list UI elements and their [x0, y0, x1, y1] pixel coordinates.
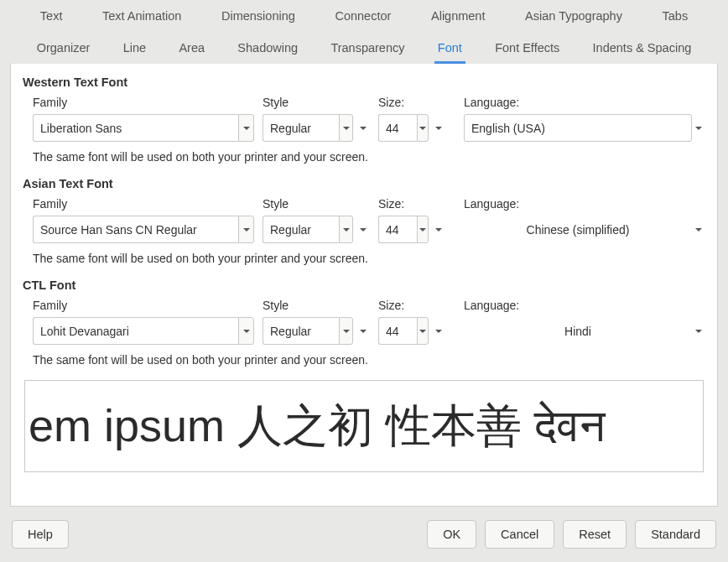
reset-button[interactable]: Reset [563, 520, 627, 549]
section-title-western: Western Text Font [23, 75, 705, 89]
label-size: Size: [378, 299, 455, 312]
help-button[interactable]: Help [12, 520, 69, 549]
hint-text-western: The same font will be used on both your … [33, 150, 705, 164]
font-preview: em ipsum 人之初 性本善 देवन [24, 380, 704, 472]
tab-row-2: OrganizerLineAreaShadowingTransparencyFo… [10, 32, 718, 64]
tab-line[interactable]: Line [113, 32, 156, 64]
chevron-down-icon[interactable] [339, 317, 353, 345]
style-combo-ctl[interactable] [263, 317, 353, 345]
style-combo-asian[interactable] [263, 216, 353, 243]
chevron-down-icon[interactable] [692, 216, 705, 243]
standard-button[interactable]: Standard [635, 520, 716, 549]
size-combo-asian[interactable] [378, 216, 429, 243]
language-combo-western[interactable]: English (USA) [464, 114, 692, 142]
tab-text-animation[interactable]: Text Animation [92, 0, 191, 32]
chevron-down-icon[interactable] [432, 114, 445, 142]
style-combo-western[interactable] [263, 114, 353, 142]
chevron-down-icon[interactable] [692, 114, 705, 142]
chevron-down-icon[interactable] [238, 216, 254, 243]
chevron-down-icon[interactable] [417, 216, 429, 243]
preview-text: em ipsum 人之初 性本善 देवन [29, 396, 606, 457]
tab-font[interactable]: Font [428, 32, 472, 64]
tab-area[interactable]: Area [169, 32, 215, 64]
tab-indents-spacing[interactable]: Indents & Spacing [583, 32, 702, 64]
tab-shadowing[interactable]: Shadowing [227, 32, 308, 64]
family-input-ctl[interactable] [33, 317, 238, 345]
chevron-down-icon[interactable] [356, 317, 370, 345]
size-input-ctl[interactable] [378, 317, 417, 345]
size-combo-western[interactable] [378, 114, 429, 142]
tab-row-1: TextText AnimationDimensioningConnectorA… [10, 0, 718, 32]
style-input-asian[interactable] [263, 216, 339, 243]
label-size: Size: [378, 197, 455, 211]
label-family: Family [33, 197, 254, 211]
section-title-asian: Asian Text Font [23, 177, 705, 190]
tab-transparency[interactable]: Transparency [320, 32, 414, 64]
tab-organizer[interactable]: Organizer [27, 32, 101, 64]
family-input-western[interactable] [33, 114, 238, 142]
family-combo-asian[interactable] [33, 216, 254, 243]
size-combo-ctl[interactable] [378, 317, 429, 345]
label-style: Style [263, 96, 370, 109]
tab-tabs[interactable]: Tabs [653, 0, 699, 32]
chevron-down-icon[interactable] [339, 216, 353, 243]
hint-text-asian: The same font will be used on both your … [33, 252, 705, 265]
chevron-down-icon[interactable] [692, 317, 705, 345]
hint-text-ctl: The same font will be used on both your … [33, 353, 705, 367]
cancel-button[interactable]: Cancel [485, 520, 554, 549]
ok-button[interactable]: OK [427, 520, 476, 549]
label-family: Family [33, 299, 254, 312]
tab-dimensioning[interactable]: Dimensioning [211, 0, 305, 32]
tab-connector[interactable]: Connector [325, 0, 401, 32]
label-family: Family [33, 96, 254, 109]
chevron-down-icon[interactable] [339, 114, 353, 142]
inputs-row-western: English (USA) [33, 114, 705, 142]
chevron-down-icon[interactable] [417, 114, 429, 142]
label-language: Language: [464, 299, 705, 312]
chevron-down-icon[interactable] [417, 317, 429, 345]
chevron-down-icon[interactable] [432, 216, 445, 243]
style-input-western[interactable] [263, 114, 339, 142]
chevron-down-icon[interactable] [356, 114, 370, 142]
language-combo-asian[interactable]: Chinese (simplified) [464, 216, 692, 243]
section-title-ctl: CTL Font [23, 278, 705, 292]
label-language: Language: [464, 197, 705, 211]
chevron-down-icon[interactable] [356, 216, 370, 243]
label-size: Size: [378, 96, 455, 109]
tab-asian-typography[interactable]: Asian Typography [515, 0, 632, 32]
size-input-western[interactable] [378, 114, 417, 142]
labels-row-asian: Family Style Size: Language: [33, 197, 705, 211]
family-combo-ctl[interactable] [33, 317, 254, 345]
language-combo-ctl[interactable]: Hindi [464, 317, 692, 345]
size-input-asian[interactable] [378, 216, 417, 243]
chevron-down-icon[interactable] [238, 114, 254, 142]
inputs-row-ctl: Hindi [33, 317, 705, 345]
labels-row-western: Family Style Size: Language: [33, 96, 705, 109]
family-combo-western[interactable] [33, 114, 254, 142]
chevron-down-icon[interactable] [432, 317, 445, 345]
tab-font-effects[interactable]: Font Effects [485, 32, 569, 64]
style-input-ctl[interactable] [263, 317, 339, 345]
label-style: Style [263, 299, 370, 312]
labels-row-ctl: Family Style Size: Language: [33, 299, 705, 312]
family-input-asian[interactable] [33, 216, 238, 243]
inputs-row-asian: Chinese (simplified) [33, 216, 705, 243]
tab-text[interactable]: Text [30, 0, 73, 32]
tab-alignment[interactable]: Alignment [421, 0, 495, 32]
chevron-down-icon[interactable] [238, 317, 254, 345]
label-language: Language: [464, 96, 705, 109]
label-style: Style [263, 197, 370, 211]
